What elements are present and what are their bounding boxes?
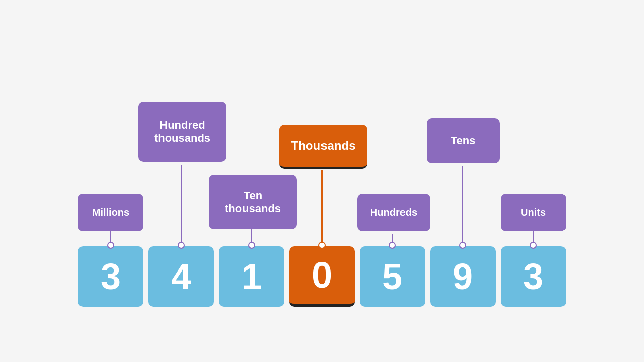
dot-thousands (319, 242, 325, 248)
connector-svg (45, 40, 599, 322)
label-tens: Tens (427, 118, 500, 163)
label-hundreds: Hundreds (357, 194, 430, 231)
label-ten-thousands: Ten thousands (209, 175, 297, 229)
label-hundred-thousands: Hundred thousands (138, 102, 226, 162)
dot-tens (460, 242, 466, 248)
place-value-diagram: 3 4 1 0 5 9 3 Milli (45, 40, 599, 322)
label-millions: Millions (78, 194, 143, 231)
dot-hundreds (389, 242, 395, 248)
label-units: Units (501, 194, 566, 231)
label-thousands: Thousands (279, 125, 367, 169)
dot-millions (108, 242, 114, 248)
dot-hundred-thousands (178, 242, 184, 248)
dot-units (530, 242, 536, 248)
dot-ten-thousands (249, 242, 255, 248)
